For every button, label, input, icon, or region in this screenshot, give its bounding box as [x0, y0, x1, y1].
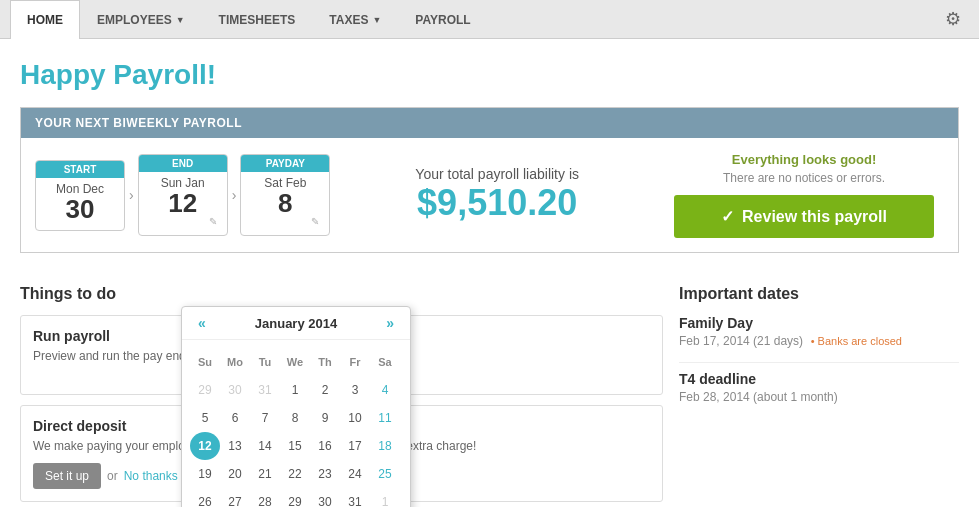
things-to-do-title: Things to do — [20, 285, 663, 303]
or-text-2: or — [107, 469, 118, 483]
cal-week-5: 26 27 28 29 30 31 1 — [190, 488, 402, 507]
family-day-date: Feb 17, 2014 (21 days) — [679, 334, 803, 348]
calendar-day-headers: Su Mo Tu We Th Fr Sa — [190, 348, 402, 376]
cal-day-jan28[interactable]: 28 — [250, 488, 280, 507]
liability-section: Your total payroll liability is $9,510.2… — [330, 166, 664, 224]
important-dates-section: Important dates Family Day Feb 17, 2014 … — [679, 285, 959, 507]
cal-day-jan15[interactable]: 15 — [280, 432, 310, 460]
cal-header-su: Su — [190, 348, 220, 376]
nav-tab-home[interactable]: HOME — [10, 0, 80, 39]
date-boxes: START Mon Dec 30 › END Sun Jan 12 ✎ — [35, 154, 330, 236]
cal-day-jan1[interactable]: 1 — [280, 376, 310, 404]
family-day-item: Family Day Feb 17, 2014 (21 days) • Bank… — [679, 315, 959, 348]
dates-divider — [679, 362, 959, 363]
nav-tab-timesheets-label: TIMESHEETS — [219, 13, 296, 27]
cal-header-fr: Fr — [340, 348, 370, 376]
lower-content: Things to do Run payroll Preview and run… — [20, 269, 959, 507]
start-day: 30 — [42, 196, 118, 222]
payday-day: 8 — [247, 190, 323, 216]
settings-gear-icon[interactable]: ⚙ — [937, 0, 969, 38]
employees-dropdown-icon: ▼ — [176, 15, 185, 25]
calendar-prev-button[interactable]: « — [194, 315, 210, 331]
cal-day-jan16[interactable]: 16 — [310, 432, 340, 460]
banks-closed-note: • Banks are closed — [811, 335, 902, 347]
cal-day-jan29[interactable]: 29 — [280, 488, 310, 507]
cal-day-dec29[interactable]: 29 — [190, 376, 220, 404]
start-label: START — [36, 161, 124, 178]
t4-deadline-title: T4 deadline — [679, 371, 959, 387]
run-payroll-item: Run payroll Preview and run the pay endi… — [20, 315, 663, 395]
end-label: END — [139, 155, 227, 172]
cal-day-jan4[interactable]: 4 — [370, 376, 400, 404]
no-errors-text: There are no notices or errors. — [674, 171, 934, 185]
cal-day-jan7[interactable]: 7 — [250, 404, 280, 432]
nav-tab-payroll[interactable]: PAYROLL — [398, 0, 487, 38]
payroll-section-header: YOUR NEXT BIWEEKLY PAYROLL — [21, 108, 958, 138]
cal-day-jan22[interactable]: 22 — [280, 460, 310, 488]
cal-day-jan21[interactable]: 21 — [250, 460, 280, 488]
cal-day-jan30[interactable]: 30 — [310, 488, 340, 507]
payroll-section: YOUR NEXT BIWEEKLY PAYROLL START Mon Dec… — [20, 107, 959, 253]
cal-day-jan24[interactable]: 24 — [340, 460, 370, 488]
cal-day-jan2[interactable]: 2 — [310, 376, 340, 404]
important-dates-title: Important dates — [679, 285, 959, 303]
cal-day-dec30[interactable]: 30 — [220, 376, 250, 404]
cal-day-jan5[interactable]: 5 — [190, 404, 220, 432]
calendar-title: January 2014 — [255, 316, 337, 331]
review-button-label: Review this payroll — [742, 208, 887, 226]
set-it-up-button[interactable]: Set it up — [33, 463, 101, 489]
cal-day-jan10[interactable]: 10 — [340, 404, 370, 432]
cal-header-tu: Tu — [250, 348, 280, 376]
calendar-next-button[interactable]: » — [382, 315, 398, 331]
end-day: 12 — [145, 190, 221, 216]
cal-day-jan17[interactable]: 17 — [340, 432, 370, 460]
start-date-box[interactable]: START Mon Dec 30 — [35, 160, 125, 231]
cal-day-jan11[interactable]: 11 — [370, 404, 400, 432]
calendar-grid: Su Mo Tu We Th Fr Sa 29 30 31 — [182, 340, 410, 507]
liability-amount: $9,510.20 — [350, 182, 644, 224]
cal-day-feb1[interactable]: 1 — [370, 488, 400, 507]
t4-deadline-date: Feb 28, 2014 (about 1 month) — [679, 390, 838, 404]
nav-tab-employees-label: EMPLOYEES — [97, 13, 172, 27]
cal-day-dec31[interactable]: 31 — [250, 376, 280, 404]
cal-day-jan26[interactable]: 26 — [190, 488, 220, 507]
cal-day-jan9[interactable]: 9 — [310, 404, 340, 432]
cal-day-jan13[interactable]: 13 — [220, 432, 250, 460]
cal-day-jan31[interactable]: 31 — [340, 488, 370, 507]
nav-tab-payroll-label: PAYROLL — [415, 13, 470, 27]
main-content: Happy Payroll! YOUR NEXT BIWEEKLY PAYROL… — [0, 39, 979, 507]
no-thanks-link[interactable]: No thanks — [124, 469, 178, 483]
cal-week-3: 12 13 14 15 16 17 18 — [190, 432, 402, 460]
nav-tab-taxes-label: TAXES — [329, 13, 368, 27]
cal-week-2: 5 6 7 8 9 10 11 — [190, 404, 402, 432]
nav-tab-employees[interactable]: EMPLOYEES ▼ — [80, 0, 202, 38]
cal-day-jan12-today[interactable]: 12 — [190, 432, 220, 460]
cal-day-jan20[interactable]: 20 — [220, 460, 250, 488]
checkmark-icon: ✓ — [721, 207, 734, 226]
cal-day-jan18[interactable]: 18 — [370, 432, 400, 460]
cal-day-jan23[interactable]: 23 — [310, 460, 340, 488]
review-payroll-button[interactable]: ✓ Review this payroll — [674, 195, 934, 238]
taxes-dropdown-icon: ▼ — [372, 15, 381, 25]
payday-date-box[interactable]: PAYDAY Sat Feb 8 ✎ — [240, 154, 330, 236]
cal-day-jan25[interactable]: 25 — [370, 460, 400, 488]
nav-tab-timesheets[interactable]: TIMESHEETS — [202, 0, 313, 38]
cal-day-jan14[interactable]: 14 — [250, 432, 280, 460]
page-title: Happy Payroll! — [20, 59, 959, 91]
cal-day-jan6[interactable]: 6 — [220, 404, 250, 432]
cal-day-jan3[interactable]: 3 — [340, 376, 370, 404]
cal-week-1: 29 30 31 1 2 3 4 — [190, 376, 402, 404]
t4-deadline-item: T4 deadline Feb 28, 2014 (about 1 month) — [679, 371, 959, 404]
cal-day-jan19[interactable]: 19 — [190, 460, 220, 488]
cal-day-jan27[interactable]: 27 — [220, 488, 250, 507]
cal-header-mo: Mo — [220, 348, 250, 376]
cal-header-th: Th — [310, 348, 340, 376]
arrow-end-payday: › — [228, 187, 241, 203]
end-date-box[interactable]: END Sun Jan 12 ✎ — [138, 154, 228, 236]
cal-day-jan8[interactable]: 8 — [280, 404, 310, 432]
things-to-do-section: Things to do Run payroll Preview and run… — [20, 285, 663, 507]
liability-label: Your total payroll liability is — [350, 166, 644, 182]
cal-week-4: 19 20 21 22 23 24 25 — [190, 460, 402, 488]
arrow-start-end: › — [125, 187, 138, 203]
nav-tab-taxes[interactable]: TAXES ▼ — [312, 0, 398, 38]
